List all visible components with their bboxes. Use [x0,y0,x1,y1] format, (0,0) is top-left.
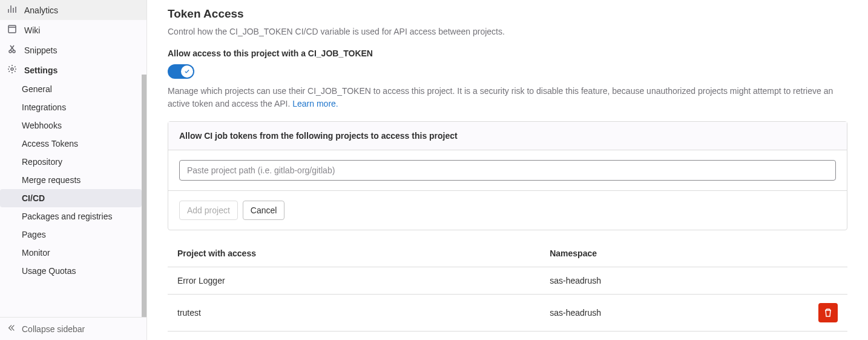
actions-cell [809,267,847,295]
cancel-button[interactable]: Cancel [243,201,285,220]
sidebar-item-label: Analytics [24,5,58,15]
svg-point-1 [9,50,12,53]
sidebar-item-analytics[interactable]: Analytics [0,0,146,20]
sidebar-item-snippets[interactable]: Snippets [0,40,146,60]
col-namespace-header: Namespace [540,240,809,267]
page-title: Token Access [168,7,847,21]
svg-rect-0 [8,25,16,33]
main-content: Token Access Control how the CI_JOB_TOKE… [147,0,868,340]
access-table: Project with access Namespace Error Logg… [168,240,847,332]
sidebar-sub-webhooks[interactable]: Webhooks [0,116,146,135]
analytics-icon [7,4,17,16]
project-cell: Error Logger [168,267,540,295]
settings-icon [7,64,17,76]
toggle-description: Manage which projects can use their CI_J… [168,85,847,110]
page-subtitle: Control how the CI_JOB_TOKEN CI/CD varia… [168,27,847,36]
sidebar-sub-usage-quotas[interactable]: Usage Quotas [0,262,146,280]
svg-point-2 [13,50,15,53]
sidebar-scrollbar[interactable] [142,75,146,317]
allow-access-toggle[interactable] [168,64,194,79]
sidebar-item-wiki[interactable]: Wiki [0,20,146,40]
sidebar-sub-merge-requests[interactable]: Merge requests [0,171,146,189]
sidebar-item-settings[interactable]: Settings [0,60,146,80]
collapse-sidebar-label: Collapse sidebar [22,324,85,334]
sidebar-sub-access-tokens[interactable]: Access Tokens [0,135,146,153]
snippets-icon [7,44,17,56]
chevrons-left-icon [7,324,16,334]
table-row: Error Loggersas-headrush [168,267,847,295]
delete-project-button[interactable] [818,303,838,322]
sidebar-sub-pages[interactable]: Pages [0,225,146,244]
sidebar-sub-monitor[interactable]: Monitor [0,244,146,262]
allowlist-panel: Allow CI job tokens from the following p… [168,121,847,230]
toggle-knob [181,65,193,78]
collapse-sidebar-button[interactable]: Collapse sidebar [0,317,146,340]
project-cell: trutest [168,295,540,332]
sidebar-sub-general[interactable]: General [0,80,146,98]
panel-header: Allow CI job tokens from the following p… [168,122,847,150]
namespace-cell: sas-headrush [540,267,809,295]
col-project-header: Project with access [168,240,540,267]
actions-cell [809,295,847,332]
project-path-input[interactable] [179,160,836,181]
svg-point-3 [11,68,13,70]
sidebar-sub-repository[interactable]: Repository [0,153,146,171]
learn-more-link[interactable]: Learn more. [292,99,338,108]
sidebar-item-label: Wiki [24,25,40,35]
wiki-icon [7,24,17,36]
add-project-button[interactable]: Add project [179,201,238,220]
sidebar-item-label: Settings [24,65,58,75]
sidebar-item-label: Snippets [24,45,57,55]
namespace-cell: sas-headrush [540,295,809,332]
sidebar-sub-integrations[interactable]: Integrations [0,98,146,116]
sidebar-sub-packages[interactable]: Packages and registries [0,207,146,225]
table-row: trutestsas-headrush [168,295,847,332]
sidebar-sub-cicd[interactable]: CI/CD [0,189,142,207]
sidebar: AnalyticsWikiSnippetsSettings GeneralInt… [0,0,147,340]
toggle-label: Allow access to this project with a CI_J… [168,48,847,58]
